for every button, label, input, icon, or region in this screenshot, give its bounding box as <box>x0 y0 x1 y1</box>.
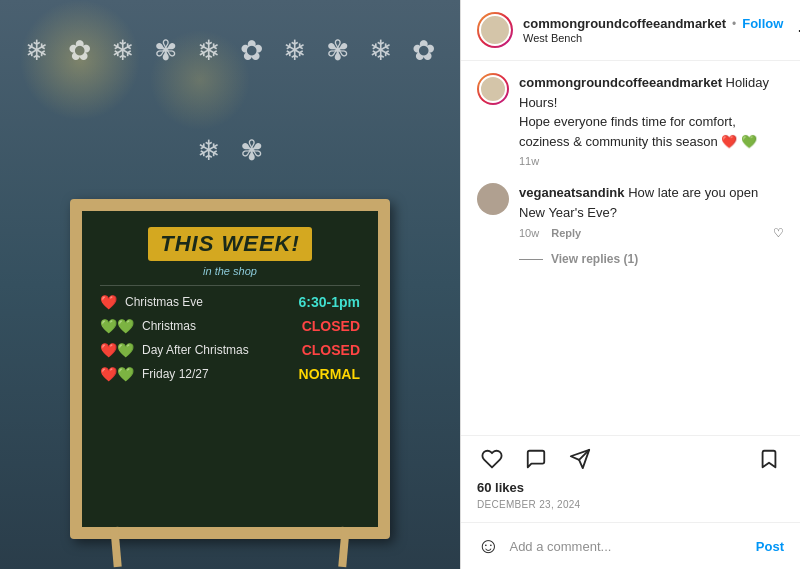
chalk-icon-1: ❤️ <box>100 294 117 310</box>
view-replies-button[interactable]: View replies (1) <box>551 252 638 266</box>
comment-input[interactable] <box>509 539 745 554</box>
bookmark-button[interactable] <box>754 444 784 478</box>
comment-time: 10w <box>519 227 539 239</box>
chalkboard-subtitle: in the shop <box>100 265 360 277</box>
chalk-icon-4: ❤️💚 <box>100 366 134 382</box>
comments-area: commongroundcoffeeandmarket Holiday Hour… <box>461 61 800 435</box>
caption-text: commongroundcoffeeandmarket Holiday Hour… <box>519 73 784 151</box>
dot-separator: • <box>732 17 736 31</box>
chalk-value-4: NORMAL <box>299 366 360 382</box>
share-button[interactable] <box>565 444 595 478</box>
replies-line <box>519 259 543 260</box>
chalk-value-3: CLOSED <box>302 342 360 358</box>
chalk-icon-3: ❤️💚 <box>100 342 134 358</box>
comment-content: veganeatsandink How late are you open Ne… <box>519 183 784 240</box>
commenter-avatar[interactable] <box>477 183 509 215</box>
comment-button[interactable] <box>521 444 551 478</box>
header-info: commongroundcoffeeandmarket • Follow Wes… <box>523 16 783 44</box>
chalk-row-friday: ❤️💚 Friday 12/27 NORMAL <box>100 366 360 382</box>
action-icons-row <box>477 444 784 478</box>
likes-count: 60 likes <box>477 478 784 499</box>
actions-bar: 60 likes December 23, 2024 <box>461 435 800 522</box>
more-options-button[interactable]: ··· <box>793 16 800 45</box>
chalk-label-2: Christmas <box>142 319 294 333</box>
chalk-icon-2: 💚💚 <box>100 318 134 334</box>
comment-meta: 10w Reply ♡ <box>519 226 784 240</box>
caption-username[interactable]: commongroundcoffeeandmarket <box>519 75 722 90</box>
snowflakes-decoration: ❄ ✿ ❄ ✾ ❄ ✿ ❄ ✾ ❄ ✿ ❄ ✾ <box>0 0 460 200</box>
caption-hearts: ❤️ 💚 <box>721 134 757 149</box>
chalk-label-1: Christmas Eve <box>125 295 291 309</box>
post-comment-button[interactable]: Post <box>756 539 784 554</box>
location: West Bench <box>523 32 783 44</box>
commenter-username[interactable]: veganeatsandink <box>519 185 625 200</box>
post-header: commongroundcoffeeandmarket • Follow Wes… <box>461 0 800 61</box>
chalk-label-3: Day After Christmas <box>142 343 294 357</box>
comment-text: veganeatsandink How late are you open Ne… <box>519 183 784 222</box>
chalk-value-1: 6:30-1pm <box>299 294 360 310</box>
caption-body: Hope everyone finds time for comfort, co… <box>519 114 736 149</box>
follow-button[interactable]: Follow <box>742 16 783 31</box>
chalk-row-christmas-eve: ❤️ Christmas Eve 6:30-1pm <box>100 294 360 310</box>
add-comment-bar: ☺ Post <box>461 522 800 569</box>
info-panel: commongroundcoffeeandmarket • Follow Wes… <box>460 0 800 569</box>
comment-like-icon[interactable]: ♡ <box>773 226 784 240</box>
avatar[interactable] <box>477 12 513 48</box>
reply-button[interactable]: Reply <box>551 227 581 239</box>
post-image-panel: ❄ ✿ ❄ ✾ ❄ ✿ ❄ ✾ ❄ ✿ ❄ ✾ THIS WEEK! in th… <box>0 0 460 569</box>
chalk-value-2: CLOSED <box>302 318 360 334</box>
chalkboard-sign: THIS WEEK! in the shop ❤️ Christmas Eve … <box>70 199 390 539</box>
caption-content: commongroundcoffeeandmarket Holiday Hour… <box>519 73 784 167</box>
emoji-button[interactable]: ☺ <box>477 533 499 559</box>
like-button[interactable] <box>477 444 507 478</box>
caption-time: 11w <box>519 155 784 167</box>
caption-block: commongroundcoffeeandmarket Holiday Hour… <box>477 73 784 167</box>
post-date: December 23, 2024 <box>477 499 784 518</box>
chalk-label-4: Friday 12/27 <box>142 367 291 381</box>
chalk-row-christmas: 💚💚 Christmas CLOSED <box>100 318 360 334</box>
caption-avatar[interactable] <box>477 73 509 105</box>
header-username[interactable]: commongroundcoffeeandmarket <box>523 16 726 31</box>
view-replies-row: View replies (1) <box>519 252 784 266</box>
chalkboard-banner: THIS WEEK! <box>148 227 312 261</box>
chalk-row-day-after: ❤️💚 Day After Christmas CLOSED <box>100 342 360 358</box>
comment-block: veganeatsandink How late are you open Ne… <box>477 183 784 240</box>
